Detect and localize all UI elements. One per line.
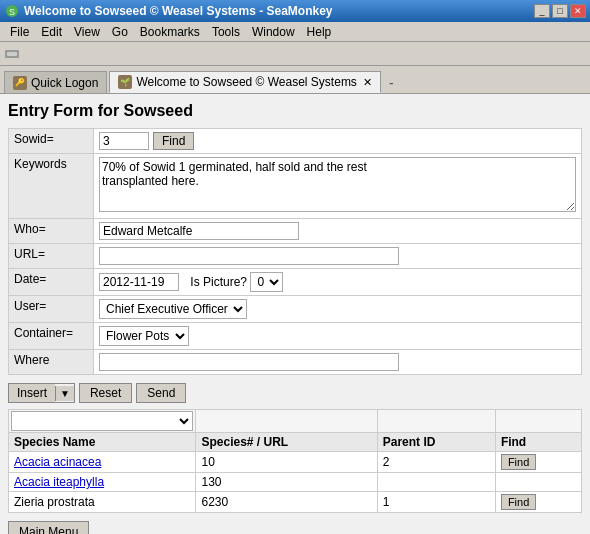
who-label: Who=: [9, 219, 94, 244]
grid-cell-parent-1: 2: [377, 452, 495, 473]
url-value-cell: [94, 244, 582, 269]
app-icon: S: [4, 3, 20, 19]
who-row: Who=: [9, 219, 582, 244]
sowid-input[interactable]: [99, 132, 149, 150]
menu-window[interactable]: Window: [246, 23, 301, 41]
tab-sowseed-icon: 🌱: [118, 75, 132, 89]
sowid-row: Sowid= Find: [9, 129, 582, 154]
who-value-cell: [94, 219, 582, 244]
container-label: Container=: [9, 323, 94, 350]
page-title: Entry Form for Sowseed: [8, 102, 582, 120]
grid-cell-num-1: 10: [196, 452, 377, 473]
menu-bar: File Edit View Go Bookmarks Tools Window…: [0, 22, 590, 42]
keywords-textarea[interactable]: 70% of Sowid 1 germinated, half sold and…: [99, 157, 576, 212]
tab-new-button[interactable]: -: [383, 73, 400, 93]
user-label: User=: [9, 296, 94, 323]
menu-go[interactable]: Go: [106, 23, 134, 41]
species-grid: Species Name Species# / URL Parent ID Fi…: [8, 409, 582, 513]
sowid-label: Sowid=: [9, 129, 94, 154]
footer: Main Menu: [8, 521, 582, 534]
where-input[interactable]: [99, 353, 399, 371]
is-picture-select[interactable]: 0 1: [250, 272, 283, 292]
grid-filter-empty2: [377, 410, 495, 433]
grid-cell-parent-2: [377, 473, 495, 492]
title-bar-buttons: _ □ ✕: [534, 4, 586, 18]
user-value-cell: Chief Executive Officer Admin User: [94, 296, 582, 323]
send-button[interactable]: Send: [136, 383, 186, 403]
menu-bookmarks[interactable]: Bookmarks: [134, 23, 206, 41]
grid-filter-empty3: [495, 410, 581, 433]
action-bar: Insert ▼ Reset Send: [8, 383, 582, 403]
main-content: Entry Form for Sowseed Sowid= Find Keywo…: [0, 94, 590, 534]
grid-row-3: Zieria prostrata 6230 1 Find: [9, 492, 582, 513]
grid-header-row: Species Name Species# / URL Parent ID Fi…: [9, 433, 582, 452]
entry-form: Sowid= Find Keywords 70% of Sowid 1 germ…: [8, 128, 582, 375]
keywords-row: Keywords 70% of Sowid 1 germinated, half…: [9, 154, 582, 219]
species-link-2[interactable]: Acacia iteaphylla: [14, 475, 104, 489]
grid-cell-num-2: 130: [196, 473, 377, 492]
user-select[interactable]: Chief Executive Officer Admin User: [99, 299, 247, 319]
keywords-label: Keywords: [9, 154, 94, 219]
date-value-cell: Is Picture? 0 1: [94, 269, 582, 296]
menu-tools[interactable]: Tools: [206, 23, 246, 41]
tab-sowseed[interactable]: 🌱 Welcome to Sowseed © Weasel Systems ✕: [109, 71, 380, 93]
grid-row-1: Acacia acinacea 10 2 Find: [9, 452, 582, 473]
grid-col-parent-id: Parent ID: [377, 433, 495, 452]
reset-button[interactable]: Reset: [79, 383, 132, 403]
grid-cell-species-3: Zieria prostrata: [9, 492, 196, 513]
grid-filter-select[interactable]: [11, 411, 193, 431]
grid-row-2: Acacia iteaphylla 130: [9, 473, 582, 492]
grid-cell-species-2: Acacia iteaphylla: [9, 473, 196, 492]
grid-find-button-1[interactable]: Find: [501, 454, 536, 470]
grid-find-button-3[interactable]: Find: [501, 494, 536, 510]
grid-cell-species-1: Acacia acinacea: [9, 452, 196, 473]
menu-help[interactable]: Help: [301, 23, 338, 41]
grid-filter-species: [9, 410, 196, 433]
tab-sowseed-label: Welcome to Sowseed © Weasel Systems: [136, 75, 356, 89]
url-input[interactable]: [99, 247, 399, 265]
sowid-find-button[interactable]: Find: [153, 132, 194, 150]
who-input[interactable]: [99, 222, 299, 240]
user-row: User= Chief Executive Officer Admin User: [9, 296, 582, 323]
tab-quick-logon[interactable]: 🔑 Quick Logon: [4, 71, 107, 93]
tab-quick-logon-icon: 🔑: [13, 76, 27, 90]
title-bar: S Welcome to Sowseed © Weasel Systems - …: [0, 0, 590, 22]
species-link-1[interactable]: Acacia acinacea: [14, 455, 101, 469]
grid-cell-num-3: 6230: [196, 492, 377, 513]
insert-button[interactable]: Insert: [9, 384, 55, 402]
menu-view[interactable]: View: [68, 23, 106, 41]
minimize-button[interactable]: _: [534, 4, 550, 18]
restore-button[interactable]: □: [552, 4, 568, 18]
where-label: Where: [9, 350, 94, 375]
tab-quick-logon-label: Quick Logon: [31, 76, 98, 90]
insert-dropdown-button[interactable]: ▼: [55, 386, 74, 401]
where-value-cell: [94, 350, 582, 375]
toolbar-icon: [4, 46, 20, 62]
grid-filter-empty1: [196, 410, 377, 433]
close-button[interactable]: ✕: [570, 4, 586, 18]
svg-text:S: S: [9, 7, 15, 17]
container-row: Container= Flower Pots Seed Tray Pot: [9, 323, 582, 350]
grid-col-find: Find: [495, 433, 581, 452]
date-input[interactable]: [99, 273, 179, 291]
grid-cell-find-2: [495, 473, 581, 492]
main-menu-button[interactable]: Main Menu: [8, 521, 89, 534]
menu-edit[interactable]: Edit: [35, 23, 68, 41]
is-picture-label: Is Picture?: [190, 275, 247, 289]
url-label: URL=: [9, 244, 94, 269]
container-select[interactable]: Flower Pots Seed Tray Pot: [99, 326, 189, 346]
grid-filter-row: [9, 410, 582, 433]
insert-group: Insert ▼: [8, 383, 75, 403]
svg-rect-3: [7, 52, 17, 56]
grid-cell-parent-3: 1: [377, 492, 495, 513]
toolbar: [0, 42, 590, 66]
tab-close-icon[interactable]: ✕: [363, 76, 372, 89]
sowid-value-cell: Find: [94, 129, 582, 154]
menu-file[interactable]: File: [4, 23, 35, 41]
date-row: Date= Is Picture? 0 1: [9, 269, 582, 296]
date-label: Date=: [9, 269, 94, 296]
keywords-value-cell: 70% of Sowid 1 germinated, half sold and…: [94, 154, 582, 219]
container-value-cell: Flower Pots Seed Tray Pot: [94, 323, 582, 350]
grid-cell-find-1: Find: [495, 452, 581, 473]
url-row: URL=: [9, 244, 582, 269]
